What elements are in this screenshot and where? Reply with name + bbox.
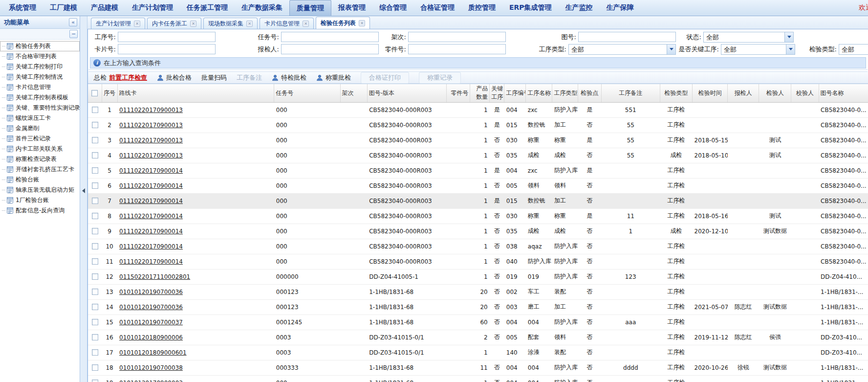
- sidebar-item-7[interactable]: 螺纹滚压工卡: [0, 113, 80, 123]
- route-card-link[interactable]: 01110220170900014: [119, 258, 183, 265]
- sidebar-item-4[interactable]: 卡片信息管理: [0, 82, 80, 92]
- column-header-架次[interactable]: 架次: [340, 84, 367, 102]
- tab-4[interactable]: 检验任务列表✕: [316, 17, 370, 29]
- nav-item-0[interactable]: 系统管理: [2, 0, 43, 16]
- column-header-检验时间[interactable]: 检验时间: [693, 84, 728, 102]
- sidebar-item-8[interactable]: 金属磨削: [0, 123, 80, 134]
- route-card-link[interactable]: 010101201809000601: [119, 349, 186, 356]
- toolbar-button-批量扫码[interactable]: 批量扫码: [201, 73, 227, 82]
- column-header-检验人[interactable]: 检验人: [759, 84, 791, 102]
- tab-close-icon[interactable]: ✕: [134, 21, 140, 27]
- route-card-link[interactable]: 01110220170900013: [119, 107, 183, 113]
- 卡片号-input[interactable]: [118, 44, 216, 54]
- route-card-link[interactable]: 01110220170900014: [119, 228, 183, 235]
- tab-0[interactable]: 生产计划管理✕: [91, 18, 145, 29]
- column-header-图号-版本[interactable]: 图号-版本: [367, 84, 446, 102]
- 工序类型-select[interactable]: 全部: [568, 44, 676, 55]
- 图号-input[interactable]: [578, 32, 676, 42]
- toolbar-button-称重批检[interactable]: 称重批检: [316, 73, 351, 82]
- route-card-link[interactable]: 01110220170900014: [119, 182, 183, 189]
- sidebar-item-3[interactable]: 关键工序控制情况: [0, 72, 80, 82]
- sidebar-item-11[interactable]: 称重检查记录表: [0, 154, 80, 164]
- 报检人-input[interactable]: [281, 44, 379, 54]
- row-checkbox[interactable]: [92, 319, 98, 325]
- column-header-检验类型[interactable]: 检验类型: [660, 84, 692, 102]
- dropdown-arrow-button[interactable]: [667, 45, 675, 54]
- sidebar-item-5[interactable]: 关键工序控制表模板: [0, 92, 80, 103]
- nav-item-5[interactable]: 生产数据采集: [235, 0, 289, 16]
- column-header-检验点[interactable]: 检验点: [578, 84, 601, 102]
- route-card-link[interactable]: 01110220170900014: [119, 243, 183, 250]
- splitter-collapse-icon[interactable]: [82, 188, 85, 193]
- row-checkbox[interactable]: [92, 122, 98, 128]
- column-header-图号名称[interactable]: 图号名称: [819, 84, 868, 102]
- sidebar-item-2[interactable]: 关键工序控制打印: [0, 62, 80, 72]
- dropdown-arrow-button[interactable]: [786, 45, 795, 54]
- sidebar-collapse-button[interactable]: «: [69, 18, 77, 26]
- column-header-报检人[interactable]: 报检人: [728, 84, 759, 102]
- sidebar-item-15[interactable]: 1厂检验台账: [0, 195, 80, 205]
- tab-1[interactable]: 内卡任务派工✕: [147, 18, 201, 29]
- route-card-link[interactable]: 01010120190700036: [119, 304, 183, 311]
- nav-item-3[interactable]: 生产计划管理: [125, 0, 180, 16]
- 状态-select[interactable]: 全部: [703, 32, 794, 43]
- sidebar-item-10[interactable]: 内卡工部关联关系: [0, 144, 80, 154]
- nav-item-12[interactable]: 生产监控: [559, 0, 600, 16]
- row-checkbox[interactable]: [92, 334, 98, 340]
- route-card-link[interactable]: 01110220170900014: [119, 198, 183, 204]
- row-checkbox[interactable]: [92, 182, 98, 189]
- column-header-零件号[interactable]: 零件号: [447, 84, 470, 102]
- nav-item-6[interactable]: 质量管理: [289, 0, 331, 16]
- nav-item-2[interactable]: 产品建模: [84, 0, 125, 16]
- row-checkbox[interactable]: [92, 380, 98, 382]
- sidebar-item-16[interactable]: 配套信息-反向查询: [0, 205, 80, 216]
- toolbar-button-特检批检[interactable]: 特检批检: [272, 73, 306, 82]
- tab-close-icon[interactable]: ✕: [190, 21, 196, 27]
- route-card-link[interactable]: 01110220170900013: [119, 152, 183, 159]
- column-header-序号[interactable]: 序号: [102, 84, 117, 102]
- column-header-路线卡[interactable]: 路线卡: [117, 84, 274, 102]
- panel-minimize-button[interactable]: −: [69, 30, 78, 38]
- row-checkbox[interactable]: [92, 258, 98, 265]
- route-card-link[interactable]: 01110220170900013: [119, 122, 183, 129]
- route-card-link[interactable]: 01110220170900013: [119, 137, 183, 144]
- nav-item-10[interactable]: 质控管理: [461, 0, 502, 16]
- column-header-产品[interactable]: 产品数量: [470, 84, 490, 102]
- route-card-link[interactable]: 01010120190700036: [119, 289, 183, 295]
- nav-item-4[interactable]: 任务派工管理: [180, 0, 235, 16]
- tab-2[interactable]: 现场数据采集✕: [203, 18, 258, 29]
- 架次-input[interactable]: [408, 32, 506, 42]
- route-card-link[interactable]: 01010120170900003: [119, 380, 183, 382]
- 是否关键工序-select[interactable]: 全部: [721, 44, 795, 55]
- nav-item-1[interactable]: 工厂建模: [43, 0, 84, 16]
- sidebar-item-12[interactable]: 开缝衬套孔挤压工艺卡: [0, 164, 80, 175]
- sidebar-item-6[interactable]: 关键、重要特性实测记录: [0, 103, 80, 113]
- row-checkbox[interactable]: [92, 243, 98, 249]
- row-checkbox[interactable]: [92, 273, 98, 280]
- tab-close-icon[interactable]: ✕: [303, 21, 309, 27]
- column-header-工序名称[interactable]: 工序名称: [526, 84, 552, 102]
- dropdown-arrow-button[interactable]: [784, 32, 793, 42]
- select-all-checkbox[interactable]: [91, 90, 98, 96]
- row-checkbox[interactable]: [92, 198, 98, 204]
- row-checkbox[interactable]: [92, 304, 98, 310]
- route-card-link[interactable]: 01010120180900006: [119, 334, 183, 341]
- row-checkbox[interactable]: [92, 364, 98, 371]
- column-header-关键[interactable]: 关键工序: [490, 84, 504, 102]
- column-header-工序编号[interactable]: 工序编号: [504, 84, 526, 102]
- sidebar-item-9[interactable]: 首件三检记录: [0, 134, 80, 144]
- row-checkbox[interactable]: [92, 349, 98, 356]
- 工序号-input[interactable]: [118, 32, 216, 42]
- sidebar-splitter[interactable]: [80, 16, 87, 382]
- nav-item-11[interactable]: ERP集成管理: [502, 0, 559, 16]
- toolbar-button-前置工序检查[interactable]: 总检前置工序检查: [94, 73, 147, 82]
- column-header-校验人[interactable]: 校验人: [791, 84, 819, 102]
- route-card-link[interactable]: 01010120190700037: [119, 319, 183, 326]
- route-card-link[interactable]: 01110220170900014: [119, 213, 183, 220]
- row-checkbox[interactable]: [92, 107, 98, 113]
- toolbar-button-批检合格[interactable]: 批检合格: [157, 73, 192, 82]
- nav-item-9[interactable]: 合格证管理: [413, 0, 461, 16]
- nav-item-13[interactable]: 生产保障: [600, 0, 641, 16]
- route-card-link[interactable]: 01010120190700038: [119, 364, 183, 371]
- 检验类型-select[interactable]: 全部: [839, 44, 868, 55]
